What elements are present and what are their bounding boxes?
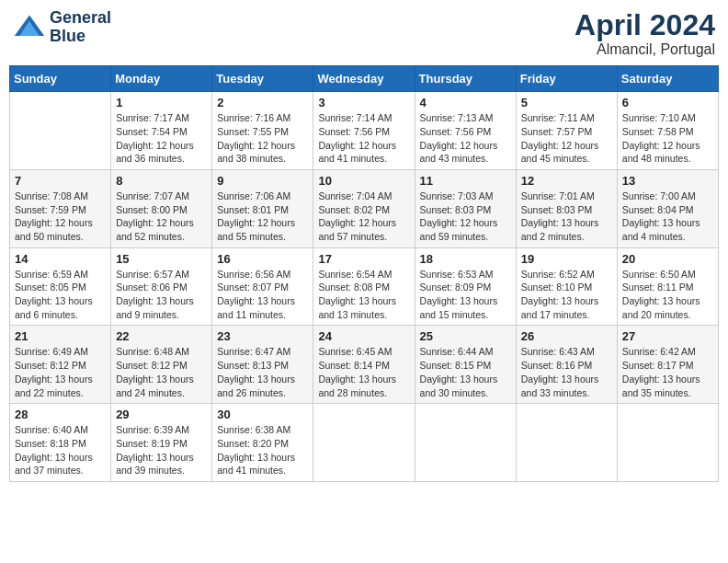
day-number: 18: [420, 252, 511, 266]
day-number: 2: [217, 96, 308, 109]
day-number: 20: [622, 252, 713, 266]
day-info: Sunrise: 7:04 AM Sunset: 8:02 PM Dayligh…: [318, 190, 409, 244]
day-info: Sunrise: 7:03 AM Sunset: 8:03 PM Dayligh…: [420, 190, 511, 244]
day-info: Sunrise: 6:38 AM Sunset: 8:20 PM Dayligh…: [217, 423, 308, 477]
calendar-cell: [617, 404, 718, 482]
calendar-cell: 27Sunrise: 6:42 AM Sunset: 8:17 PM Dayli…: [617, 326, 718, 404]
day-number: 15: [116, 252, 207, 266]
day-info: Sunrise: 6:53 AM Sunset: 8:09 PM Dayligh…: [420, 268, 511, 322]
weekday-header-saturday: Saturday: [617, 66, 718, 92]
calendar-cell: 20Sunrise: 6:50 AM Sunset: 8:11 PM Dayli…: [617, 247, 718, 326]
day-number: 1: [116, 96, 207, 109]
day-info: Sunrise: 6:40 AM Sunset: 8:18 PM Dayligh…: [15, 423, 106, 477]
day-info: Sunrise: 7:13 AM Sunset: 7:56 PM Dayligh…: [420, 111, 511, 166]
calendar-cell: 19Sunrise: 6:52 AM Sunset: 8:10 PM Dayli…: [516, 247, 617, 326]
day-number: 7: [15, 174, 106, 188]
day-number: 30: [217, 408, 308, 421]
month-title: April 2024: [574, 9, 715, 41]
weekday-header-sunday: Sunday: [10, 66, 111, 92]
week-row-1: 1Sunrise: 7:17 AM Sunset: 7:54 PM Daylig…: [10, 92, 719, 170]
calendar-cell: 11Sunrise: 7:03 AM Sunset: 8:03 PM Dayli…: [415, 169, 516, 247]
week-row-5: 28Sunrise: 6:40 AM Sunset: 8:18 PM Dayli…: [10, 404, 719, 482]
calendar-cell: 7Sunrise: 7:08 AM Sunset: 7:59 PM Daylig…: [10, 169, 111, 247]
day-info: Sunrise: 7:00 AM Sunset: 8:04 PM Dayligh…: [622, 190, 713, 244]
calendar-cell: 28Sunrise: 6:40 AM Sunset: 8:18 PM Dayli…: [10, 404, 111, 482]
day-number: 8: [116, 174, 207, 188]
day-info: Sunrise: 6:43 AM Sunset: 8:16 PM Dayligh…: [521, 345, 612, 399]
day-info: Sunrise: 7:01 AM Sunset: 8:03 PM Dayligh…: [521, 190, 612, 244]
calendar: SundayMondayTuesdayWednesdayThursdayFrid…: [9, 65, 719, 482]
title-area: April 2024 Almancil, Portugal: [574, 9, 715, 58]
day-info: Sunrise: 6:57 AM Sunset: 8:06 PM Dayligh…: [116, 268, 207, 322]
day-info: Sunrise: 6:48 AM Sunset: 8:12 PM Dayligh…: [116, 345, 207, 399]
day-info: Sunrise: 6:47 AM Sunset: 8:13 PM Dayligh…: [217, 345, 308, 399]
day-info: Sunrise: 7:16 AM Sunset: 7:55 PM Dayligh…: [217, 111, 308, 166]
calendar-cell: [10, 92, 111, 170]
calendar-cell: 30Sunrise: 6:38 AM Sunset: 8:20 PM Dayli…: [212, 404, 313, 482]
logo-icon: [13, 11, 46, 44]
day-info: Sunrise: 6:54 AM Sunset: 8:08 PM Dayligh…: [318, 268, 409, 322]
calendar-cell: 26Sunrise: 6:43 AM Sunset: 8:16 PM Dayli…: [516, 326, 617, 404]
calendar-cell: 5Sunrise: 7:11 AM Sunset: 7:57 PM Daylig…: [516, 92, 617, 170]
weekday-header-friday: Friday: [516, 66, 617, 92]
day-number: 25: [420, 329, 511, 343]
day-info: Sunrise: 7:17 AM Sunset: 7:54 PM Dayligh…: [116, 111, 207, 166]
calendar-cell: 18Sunrise: 6:53 AM Sunset: 8:09 PM Dayli…: [415, 247, 516, 326]
day-number: 10: [318, 174, 409, 188]
day-info: Sunrise: 7:06 AM Sunset: 8:01 PM Dayligh…: [217, 190, 308, 244]
calendar-cell: 2Sunrise: 7:16 AM Sunset: 7:55 PM Daylig…: [212, 92, 313, 170]
day-info: Sunrise: 7:10 AM Sunset: 7:58 PM Dayligh…: [622, 111, 713, 166]
day-info: Sunrise: 6:52 AM Sunset: 8:10 PM Dayligh…: [521, 268, 612, 322]
calendar-cell: 16Sunrise: 6:56 AM Sunset: 8:07 PM Dayli…: [212, 247, 313, 326]
calendar-cell: 17Sunrise: 6:54 AM Sunset: 8:08 PM Dayli…: [313, 247, 415, 326]
calendar-cell: 29Sunrise: 6:39 AM Sunset: 8:19 PM Dayli…: [111, 404, 212, 482]
day-number: 23: [217, 329, 308, 343]
calendar-cell: 13Sunrise: 7:00 AM Sunset: 8:04 PM Dayli…: [617, 169, 718, 247]
calendar-cell: 1Sunrise: 7:17 AM Sunset: 7:54 PM Daylig…: [111, 92, 212, 170]
day-info: Sunrise: 7:14 AM Sunset: 7:56 PM Dayligh…: [318, 111, 409, 166]
logo-line2: Blue: [50, 28, 111, 46]
day-number: 22: [116, 329, 207, 343]
calendar-cell: 6Sunrise: 7:10 AM Sunset: 7:58 PM Daylig…: [617, 92, 718, 170]
calendar-cell: 24Sunrise: 6:45 AM Sunset: 8:14 PM Dayli…: [313, 326, 415, 404]
day-number: 12: [521, 174, 612, 188]
day-info: Sunrise: 7:11 AM Sunset: 7:57 PM Dayligh…: [521, 111, 612, 166]
day-info: Sunrise: 6:45 AM Sunset: 8:14 PM Dayligh…: [318, 345, 409, 399]
calendar-cell: [415, 404, 516, 482]
day-number: 24: [318, 329, 409, 343]
calendar-cell: 21Sunrise: 6:49 AM Sunset: 8:12 PM Dayli…: [10, 326, 111, 404]
weekday-header-thursday: Thursday: [415, 66, 516, 92]
location-title: Almancil, Portugal: [574, 41, 715, 58]
calendar-cell: 12Sunrise: 7:01 AM Sunset: 8:03 PM Dayli…: [516, 169, 617, 247]
day-number: 21: [15, 329, 106, 343]
day-number: 27: [622, 329, 713, 343]
weekday-header-monday: Monday: [111, 66, 212, 92]
header: General Blue April 2024 Almancil, Portug…: [9, 9, 719, 58]
day-info: Sunrise: 6:59 AM Sunset: 8:05 PM Dayligh…: [15, 268, 106, 322]
week-row-2: 7Sunrise: 7:08 AM Sunset: 7:59 PM Daylig…: [10, 169, 719, 247]
calendar-cell: 3Sunrise: 7:14 AM Sunset: 7:56 PM Daylig…: [313, 92, 415, 170]
day-number: 28: [15, 408, 106, 421]
day-number: 16: [217, 252, 308, 266]
day-info: Sunrise: 6:56 AM Sunset: 8:07 PM Dayligh…: [217, 268, 308, 322]
calendar-cell: 25Sunrise: 6:44 AM Sunset: 8:15 PM Dayli…: [415, 326, 516, 404]
calendar-cell: 4Sunrise: 7:13 AM Sunset: 7:56 PM Daylig…: [415, 92, 516, 170]
day-number: 11: [420, 174, 511, 188]
day-number: 29: [116, 408, 207, 421]
calendar-cell: [516, 404, 617, 482]
calendar-cell: 14Sunrise: 6:59 AM Sunset: 8:05 PM Dayli…: [10, 247, 111, 326]
day-number: 4: [420, 96, 511, 109]
day-number: 3: [318, 96, 409, 109]
calendar-cell: 15Sunrise: 6:57 AM Sunset: 8:06 PM Dayli…: [111, 247, 212, 326]
day-number: 6: [622, 96, 713, 109]
calendar-cell: 10Sunrise: 7:04 AM Sunset: 8:02 PM Dayli…: [313, 169, 415, 247]
logo: General Blue: [13, 9, 111, 46]
day-number: 9: [217, 174, 308, 188]
day-number: 19: [521, 252, 612, 266]
week-row-3: 14Sunrise: 6:59 AM Sunset: 8:05 PM Dayli…: [10, 247, 719, 326]
day-number: 17: [318, 252, 409, 266]
logo-text: General Blue: [50, 9, 111, 46]
day-info: Sunrise: 6:39 AM Sunset: 8:19 PM Dayligh…: [116, 423, 207, 477]
weekday-header-row: SundayMondayTuesdayWednesdayThursdayFrid…: [10, 66, 719, 92]
day-info: Sunrise: 7:07 AM Sunset: 8:00 PM Dayligh…: [116, 190, 207, 244]
